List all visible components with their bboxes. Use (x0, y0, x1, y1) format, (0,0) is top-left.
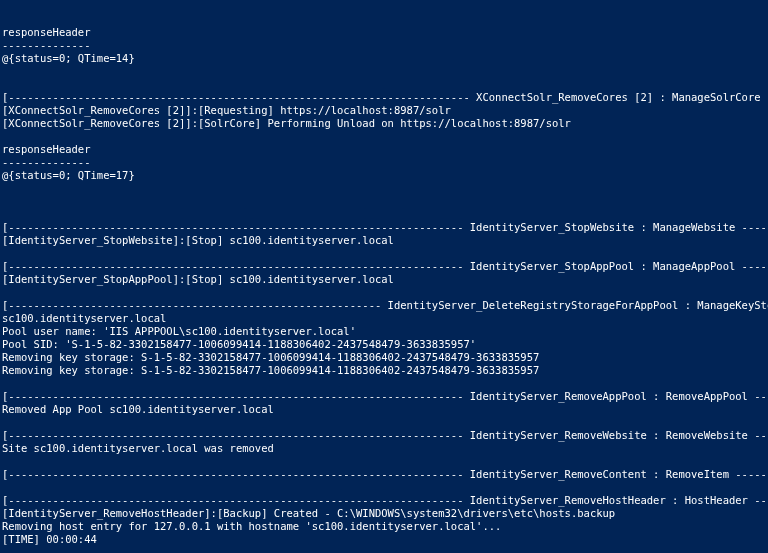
line: Pool user name: 'IIS APPPOOL\sc100.ident… (2, 325, 356, 337)
line: responseHeader (2, 26, 91, 38)
line: @{status=0; QTime=17} (2, 169, 135, 181)
line: Removing key storage: S-1-5-82-330215847… (2, 351, 539, 363)
line: [XConnectSolr_RemoveCores [2]]:[Requesti… (2, 104, 451, 116)
line: [---------------------------------------… (2, 390, 768, 402)
line: [TIME] 00:00:44 (2, 533, 97, 545)
line: [XConnectSolr_RemoveCores [2]]:[SolrCore… (2, 117, 571, 129)
line: -------------- (2, 39, 91, 51)
line: -------------- (2, 156, 91, 168)
line: [---------------------------------------… (2, 221, 767, 233)
line: responseHeader (2, 143, 91, 155)
line: [---------------------------------------… (2, 494, 768, 506)
line: Removed App Pool sc100.identityserver.lo… (2, 403, 274, 415)
line: Pool SID: 'S-1-5-82-3302158477-100609941… (2, 338, 476, 350)
line: @{status=0; QTime=14} (2, 52, 135, 64)
line: [---------------------------------------… (2, 91, 768, 103)
line: [---------------------------------------… (2, 429, 768, 441)
line: Site sc100.identityserver.local was remo… (2, 442, 274, 454)
powershell-terminal[interactable]: responseHeader -------------- @{status=0… (0, 26, 768, 553)
line: Removing host entry for 127.0.0.1 with h… (2, 520, 501, 532)
line: [IdentityServer_StopWebsite]:[Stop] sc10… (2, 234, 394, 246)
line: [IdentityServer_StopAppPool]:[Stop] sc10… (2, 273, 394, 285)
line: sc100.identityserver.local (2, 312, 166, 324)
line: Removing key storage: S-1-5-82-330215847… (2, 364, 539, 376)
line: [---------------------------------------… (2, 299, 768, 311)
line: [---------------------------------------… (2, 260, 767, 272)
line: [IdentityServer_RemoveHostHeader]:[Backu… (2, 507, 615, 519)
line: [---------------------------------------… (2, 468, 768, 480)
